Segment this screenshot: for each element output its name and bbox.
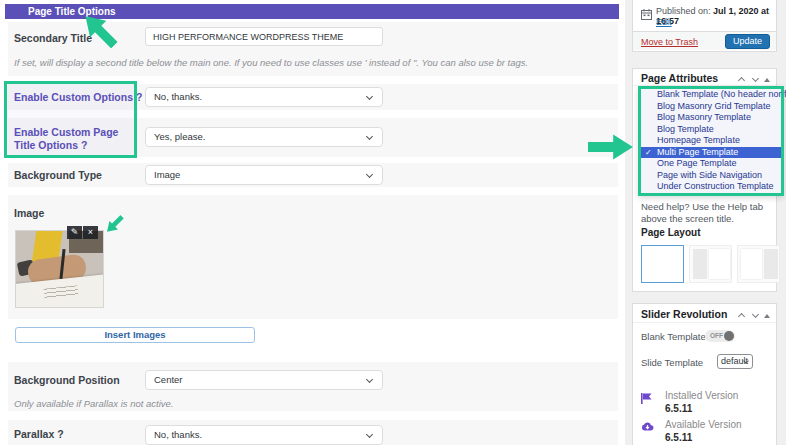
insert-images-button[interactable]: Insert Images	[15, 327, 255, 343]
background-type-select[interactable]: Image	[145, 165, 383, 185]
page-layout-full-width-option[interactable]	[641, 245, 684, 283]
parallax-row: Parallax ? No, thanks.	[8, 420, 618, 445]
enable-custom-page-title-options-value: Yes, please.	[154, 131, 205, 142]
available-version-number: 6.5.11	[665, 432, 692, 443]
available-version-label: Available Version	[665, 419, 742, 430]
template-option[interactable]: Page with Side Navigation	[641, 170, 781, 182]
update-button[interactable]: Update	[725, 34, 770, 49]
enable-custom-page-title-options-select[interactable]: Yes, please.	[145, 127, 383, 147]
template-option[interactable]: Blog Masonry Grid Template	[641, 101, 781, 113]
chevron-down-icon	[366, 133, 373, 140]
parallax-value: No, thanks.	[154, 429, 202, 440]
cloud-download-icon	[641, 418, 654, 436]
page-attributes-title: Page Attributes	[641, 72, 718, 84]
collapse-panel-icon[interactable]	[764, 314, 770, 318]
installed-version-number: 6.5.11	[665, 403, 692, 414]
background-position-label: Background Position	[14, 374, 120, 386]
secondary-title-help: If set, will display a second title belo…	[14, 57, 528, 68]
template-option[interactable]: Blog Template	[641, 124, 781, 136]
background-position-row: Background Position Center Only availabl…	[8, 362, 618, 411]
page-title-options-metabox: Page Title Options Secondary Title If se…	[0, 0, 625, 445]
page-layout-right-sidebar-option[interactable]	[737, 245, 780, 283]
slider-revolution-title: Slider Revolution	[641, 308, 727, 320]
layout-sidebar-block	[693, 249, 707, 279]
move-panel-down-icon[interactable]	[752, 75, 759, 82]
background-type-label: Background Type	[14, 169, 102, 181]
slide-template-label: Slide Template	[641, 357, 703, 368]
toggle-state-label: OFF	[710, 332, 723, 339]
chevron-down-icon	[366, 93, 373, 100]
move-panel-down-icon[interactable]	[752, 311, 759, 318]
sidebar: Published on: Jul 1, 2020 at 16:57 Edit …	[632, 0, 777, 445]
installed-version-label: Installed Version	[665, 390, 738, 401]
secondary-title-input[interactable]	[145, 27, 383, 46]
template-option[interactable]: Under Construction Template	[641, 181, 781, 193]
green-arrow-template-icon	[588, 133, 634, 165]
template-option-selected[interactable]: ✓ Multi Page Template	[641, 147, 781, 159]
move-panel-up-icon[interactable]	[738, 77, 745, 84]
slider-revolution-panel: Slider Revolution Blank Template OFF Sli…	[632, 303, 777, 445]
need-help-text: Need help? Use the Help tab above the sc…	[641, 201, 771, 225]
image-label: Image	[14, 207, 44, 219]
page-layout-label: Page Layout	[641, 227, 700, 238]
chevron-down-icon	[366, 431, 373, 438]
flag-icon	[641, 390, 652, 408]
chevron-down-icon	[366, 376, 373, 383]
green-highlight-box	[4, 81, 137, 158]
toggle-knob	[724, 331, 734, 341]
image-row: Image ✎ ×	[8, 195, 618, 319]
template-option[interactable]: Blog Masonry Template	[641, 112, 781, 124]
template-option[interactable]: Homepage Template	[641, 135, 781, 147]
check-icon: ✓	[645, 147, 652, 159]
layout-sidebar-block	[764, 249, 778, 279]
secondary-title-label: Secondary Title	[14, 32, 92, 44]
parallax-select[interactable]: No, thanks.	[145, 425, 383, 445]
layout-content-block	[741, 249, 762, 279]
template-dropdown-list: Blank Template (No header nor footer) Bl…	[638, 86, 784, 196]
blank-template-toggle[interactable]: OFF	[705, 330, 735, 342]
collapse-panel-icon[interactable]	[764, 78, 770, 82]
published-on-text: Published on: Jul 1, 2020 at 16:57	[656, 6, 776, 26]
move-to-trash-link[interactable]: Move to Trash	[641, 37, 698, 47]
image-thumbnail[interactable]	[15, 230, 104, 308]
template-option[interactable]: One Page Template	[641, 158, 781, 170]
publish-panel: Published on: Jul 1, 2020 at 16:57 Edit …	[632, 0, 777, 52]
background-position-help: Only available if Parallax is not active…	[14, 398, 173, 409]
publishing-actions: Move to Trash Update	[633, 31, 776, 50]
layout-content-block	[709, 249, 730, 279]
edit-image-icon[interactable]: ✎	[67, 226, 82, 239]
page-layout-left-sidebar-option[interactable]	[689, 245, 732, 283]
page-editor-screen: Page Title Options Secondary Title If se…	[0, 0, 786, 445]
edit-published-link[interactable]: Edit	[656, 17, 672, 27]
background-position-value: Center	[154, 374, 183, 385]
background-type-row: Background Type Image	[8, 163, 618, 187]
page-attributes-panel: Page Attributes Blank Template (No heade…	[632, 68, 777, 292]
remove-image-icon[interactable]: ×	[83, 226, 98, 239]
enable-custom-options-select[interactable]: No, thanks.	[145, 87, 383, 107]
calendar-icon	[641, 6, 652, 24]
parallax-label: Parallax ?	[14, 428, 64, 440]
background-type-value: Image	[154, 169, 180, 180]
chevron-down-icon	[366, 171, 373, 178]
move-panel-up-icon[interactable]	[738, 313, 745, 320]
background-position-select[interactable]: Center	[145, 370, 383, 390]
template-option[interactable]: Blank Template (No header nor footer)	[641, 89, 781, 101]
blank-template-label: Blank Template	[641, 331, 706, 342]
slide-template-select[interactable]: default	[717, 354, 753, 369]
enable-custom-options-value: No, thanks.	[154, 91, 202, 102]
